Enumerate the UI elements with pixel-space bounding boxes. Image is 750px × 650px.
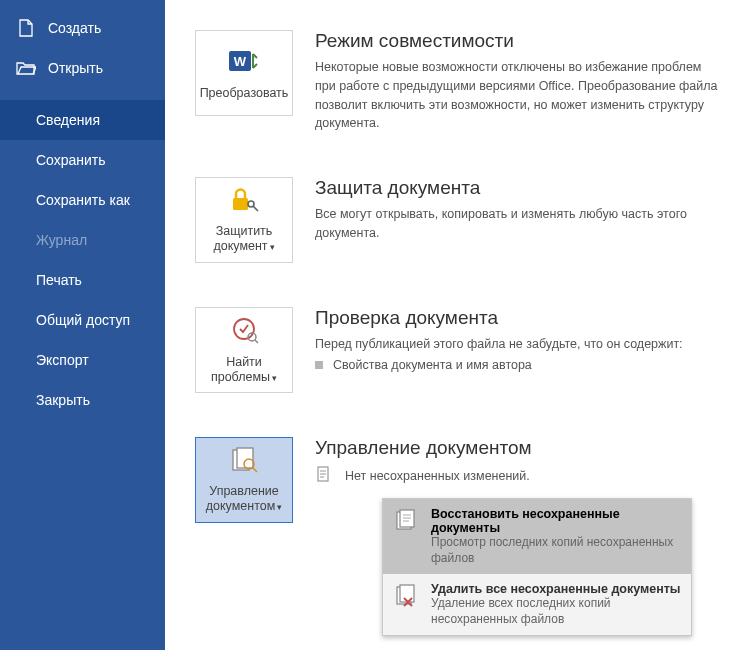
manage-document-icon xyxy=(229,446,259,478)
dropdown-item-title: Восстановить несохраненные документы xyxy=(431,507,681,535)
svg-rect-7 xyxy=(237,448,253,468)
sidebar-item-close[interactable]: Закрыть xyxy=(0,380,165,420)
svg-point-4 xyxy=(234,319,254,339)
svg-rect-2 xyxy=(233,198,248,210)
manage-text: Нет несохраненных изменений. xyxy=(345,469,530,483)
delete-documents-icon xyxy=(393,582,421,610)
inspect-title: Проверка документа xyxy=(315,307,720,329)
sidebar-item-print[interactable]: Печать xyxy=(0,260,165,300)
svg-text:W: W xyxy=(234,54,247,69)
manage-status-row: Нет несохраненных изменений. xyxy=(315,465,720,486)
sidebar-label: Сохранить xyxy=(36,152,106,168)
check-for-issues-button[interactable]: Найти проблемы▾ xyxy=(195,307,293,393)
sidebar-item-info[interactable]: Сведения xyxy=(0,100,165,140)
sidebar-label: Общий доступ xyxy=(36,312,130,328)
word-convert-icon: W xyxy=(227,46,261,80)
sidebar-item-open[interactable]: Открыть xyxy=(0,48,165,88)
sidebar-label: Сведения xyxy=(36,112,100,128)
sidebar-item-save[interactable]: Сохранить xyxy=(0,140,165,180)
lock-key-icon xyxy=(228,186,260,218)
sidebar-item-export[interactable]: Экспорт xyxy=(0,340,165,380)
sidebar-label: Закрыть xyxy=(36,392,90,408)
sidebar-label: Печать xyxy=(36,272,82,288)
new-document-icon xyxy=(16,18,36,38)
dropdown-item-desc: Просмотр последних копий несохраненных ф… xyxy=(431,535,681,566)
convert-button[interactable]: W Преобразовать xyxy=(195,30,293,116)
protect-text: Все могут открывать, копировать и изменя… xyxy=(315,205,720,243)
tile-label: Преобразовать xyxy=(200,86,289,101)
inspect-bullet: Свойства документа и имя автора xyxy=(315,358,720,372)
protect-title: Защита документа xyxy=(315,177,720,199)
sidebar-label: Создать xyxy=(48,20,101,36)
compat-text: Некоторые новые возможности отключены во… xyxy=(315,58,720,133)
sidebar-label: Журнал xyxy=(36,232,87,248)
section-protect: Защитить документ▾ Защита документа Все … xyxy=(195,177,720,263)
protect-document-button[interactable]: Защитить документ▾ xyxy=(195,177,293,263)
tile-label: Управление документом▾ xyxy=(196,484,292,514)
sidebar-label: Экспорт xyxy=(36,352,89,368)
chevron-down-icon: ▾ xyxy=(277,502,282,512)
square-bullet-icon xyxy=(315,361,323,369)
manage-title: Управление документом xyxy=(315,437,720,459)
sidebar-item-saveas[interactable]: Сохранить как xyxy=(0,180,165,220)
sidebar-item-create[interactable]: Создать xyxy=(0,8,165,48)
manage-document-dropdown: Восстановить несохраненные документы Про… xyxy=(382,498,692,636)
recover-documents-icon xyxy=(393,507,421,535)
sidebar-item-share[interactable]: Общий доступ xyxy=(0,300,165,340)
manage-document-button[interactable]: Управление документом▾ xyxy=(195,437,293,523)
dropdown-item-title: Удалить все несохраненные документы xyxy=(431,582,681,596)
dropdown-item-desc: Удаление всех последних копий несохранен… xyxy=(431,596,681,627)
chevron-down-icon: ▾ xyxy=(272,373,277,383)
delete-unsaved-item[interactable]: Удалить все несохраненные документы Удал… xyxy=(383,574,691,635)
inspect-icon xyxy=(229,315,259,349)
bullet-text: Свойства документа и имя автора xyxy=(333,358,532,372)
backstage-sidebar: Создать Открыть Сведения Сохранить Сохра… xyxy=(0,0,165,650)
tile-label: Найти проблемы▾ xyxy=(196,355,292,385)
chevron-down-icon: ▾ xyxy=(270,242,275,252)
sidebar-label: Сохранить как xyxy=(36,192,130,208)
section-compatibility: W Преобразовать Режим совместимости Неко… xyxy=(195,30,720,133)
sidebar-item-history: Журнал xyxy=(0,220,165,260)
folder-open-icon xyxy=(16,58,36,78)
recover-unsaved-item[interactable]: Восстановить несохраненные документы Про… xyxy=(383,499,691,574)
tile-label: Защитить документ▾ xyxy=(196,224,292,254)
compat-title: Режим совместимости xyxy=(315,30,720,52)
document-icon xyxy=(315,465,333,486)
sidebar-label: Открыть xyxy=(48,60,103,76)
inspect-text: Перед публикацией этого файла не забудьт… xyxy=(315,335,720,354)
info-panel: W Преобразовать Режим совместимости Неко… xyxy=(165,0,750,650)
section-inspect: Найти проблемы▾ Проверка документа Перед… xyxy=(195,307,720,393)
